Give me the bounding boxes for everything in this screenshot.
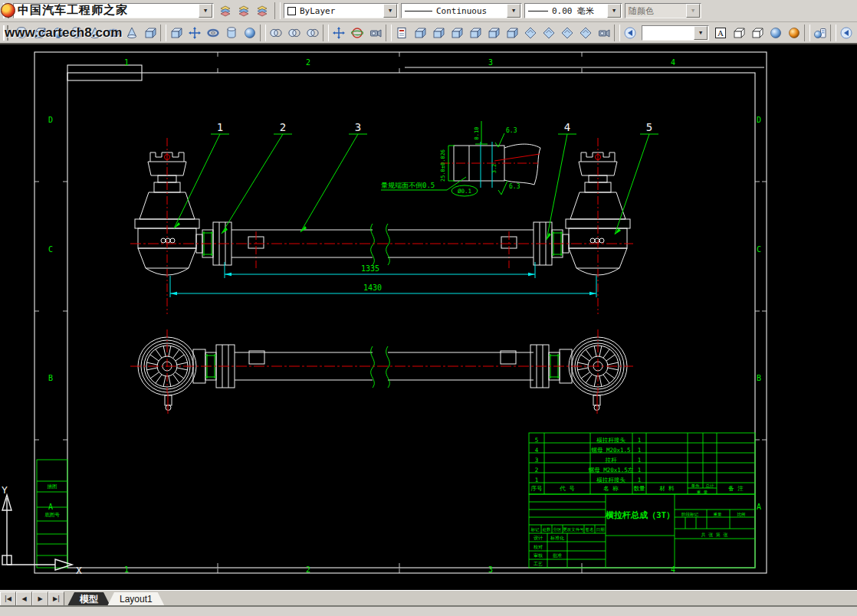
- view-se-isometric-icon[interactable]: [540, 24, 558, 42]
- svg-text:批准: 批准: [553, 552, 562, 559]
- view-left-icon[interactable]: [448, 24, 466, 42]
- view-nw-isometric-icon[interactable]: [576, 24, 595, 42]
- svg-text:横拉杆接头: 横拉杆接头: [596, 477, 626, 483]
- view-top-icon[interactable]: [411, 24, 429, 42]
- dimension-1430: 1430: [363, 283, 382, 292]
- linetype-combo-value: Continuous: [436, 6, 487, 16]
- svg-text:B: B: [48, 374, 53, 382]
- lineweight-sample-icon: [528, 11, 548, 11]
- tab-nav-first-button[interactable]: |◀: [0, 591, 16, 606]
- tab-model[interactable]: 模型: [67, 592, 110, 606]
- toolbar-separator: [804, 25, 810, 41]
- plotstyle-combo-value: 随颜色: [629, 5, 654, 17]
- linetype-sample-icon: [405, 11, 432, 11]
- dimensions: 1335 1430: [170, 262, 596, 297]
- presspull-icon[interactable]: [167, 24, 186, 42]
- toolbar-grip[interactable]: [3, 25, 8, 41]
- tab-layout1[interactable]: Layout1: [107, 592, 165, 606]
- roughness-top: 6.3: [506, 127, 517, 134]
- tab-nav-last-button[interactable]: ▶|: [48, 591, 64, 606]
- chevron-down-icon[interactable]: ▼: [383, 4, 397, 18]
- cylinder-icon[interactable]: [67, 24, 86, 42]
- svg-text:序号: 序号: [531, 485, 543, 492]
- toolbar-separator: [386, 25, 392, 41]
- svg-text:设计: 设计: [534, 535, 543, 540]
- svg-text:重 量: 重 量: [697, 490, 708, 494]
- visual-style-shaded-icon[interactable]: [767, 24, 785, 42]
- chevron-down-icon[interactable]: ▼: [507, 4, 520, 18]
- layer-properties-manager-icon[interactable]: [216, 2, 235, 20]
- sphere-icon[interactable]: [49, 24, 67, 42]
- polysolid-icon[interactable]: [12, 24, 31, 42]
- previous-view-icon[interactable]: [621, 24, 639, 42]
- extrude-icon[interactable]: [141, 24, 159, 42]
- drawing-canvas[interactable]: 12 34 12 34 DC BA DC BA: [0, 44, 857, 590]
- named-view-combo[interactable]: ▼: [642, 25, 709, 41]
- visual-style-2d-wireframe-icon[interactable]: [730, 24, 748, 42]
- pyramid-icon[interactable]: [123, 24, 141, 42]
- visual-style-hidden-icon[interactable]: [748, 24, 767, 42]
- view-bottom-icon[interactable]: [429, 24, 448, 42]
- svg-text:1: 1: [124, 58, 129, 67]
- layer-control-combo[interactable]: ▼: [13, 3, 214, 18]
- 3d-align-icon[interactable]: [330, 24, 348, 42]
- layout-tab-bar: |◀◀▶▶| 模型 Layout1: [0, 590, 857, 606]
- visual-style-realistic-icon[interactable]: [785, 24, 803, 42]
- lineweight-control-combo[interactable]: 0.00 毫米 ▼: [524, 3, 622, 18]
- chevron-down-icon[interactable]: ▼: [199, 4, 212, 18]
- command-line-strip[interactable]: [0, 605, 857, 616]
- detail-dia-tolerance: 25.0±0.026: [440, 149, 446, 182]
- sweep-icon[interactable]: [222, 24, 241, 42]
- svg-text:标准化: 标准化: [550, 535, 564, 541]
- intersect-icon[interactable]: [304, 24, 322, 42]
- toolbar-overflow-icon[interactable]: [837, 24, 855, 42]
- svg-text:2: 2: [535, 467, 539, 473]
- view-sw-isometric-icon[interactable]: [521, 24, 540, 42]
- chevron-down-icon[interactable]: ▼: [694, 26, 708, 40]
- view-back-icon[interactable]: [503, 24, 521, 42]
- box-icon[interactable]: [31, 24, 49, 42]
- revolve-icon[interactable]: [204, 24, 222, 42]
- svg-text:审核: 审核: [534, 552, 543, 558]
- constrained-orbit-icon[interactable]: [348, 24, 366, 42]
- 3d-move-icon[interactable]: [186, 24, 204, 42]
- svg-text:3: 3: [488, 565, 493, 574]
- loft-icon[interactable]: [241, 24, 259, 42]
- toolbar-separator: [323, 25, 329, 41]
- text-style-icon[interactable]: [711, 24, 730, 42]
- camera-icon[interactable]: [595, 24, 613, 42]
- cone-icon[interactable]: [86, 24, 104, 42]
- modeling-view-toolbar: ▼: [0, 22, 857, 44]
- svg-text:1: 1: [638, 457, 642, 464]
- view-ne-isometric-icon[interactable]: [558, 24, 576, 42]
- svg-text:重量: 重量: [714, 512, 723, 516]
- view-manager-icon[interactable]: [392, 24, 411, 42]
- roughness-mid: 3.2: [491, 164, 497, 174]
- svg-text:C: C: [757, 245, 761, 254]
- walk-icon[interactable]: [366, 24, 385, 42]
- chevron-down-icon[interactable]: ▼: [607, 4, 621, 18]
- color-control-combo[interactable]: ByLayer ▼: [284, 3, 399, 18]
- color-swatch-icon: [287, 7, 296, 15]
- model-space-canvas[interactable]: 12 34 12 34 DC BA DC BA: [0, 44, 857, 590]
- toolbar-separator: [614, 25, 620, 41]
- make-object-layer-current-icon[interactable]: [235, 2, 253, 20]
- tab-nav-next-button[interactable]: ▶: [32, 591, 48, 606]
- union-icon[interactable]: [267, 24, 285, 42]
- svg-text:处数: 处数: [543, 527, 552, 532]
- svg-text:分区: 分区: [553, 527, 563, 532]
- torus-icon[interactable]: [104, 24, 123, 42]
- view-right-icon[interactable]: [466, 24, 484, 42]
- layer-previous-icon[interactable]: [253, 2, 271, 20]
- toolbar-grip[interactable]: [3, 3, 9, 18]
- svg-text:名 称: 名 称: [603, 485, 619, 492]
- svg-text:校对: 校对: [533, 544, 543, 549]
- subtract-icon[interactable]: [285, 24, 304, 42]
- view-front-icon[interactable]: [484, 24, 503, 42]
- render-icon[interactable]: [811, 24, 829, 42]
- svg-text:1: 1: [124, 565, 129, 574]
- tab-nav-prev-button[interactable]: ◀: [16, 591, 32, 606]
- svg-text:4: 4: [535, 447, 539, 454]
- linetype-control-combo[interactable]: Continuous ▼: [401, 3, 522, 18]
- ucs-icon: Y X: [2, 484, 82, 576]
